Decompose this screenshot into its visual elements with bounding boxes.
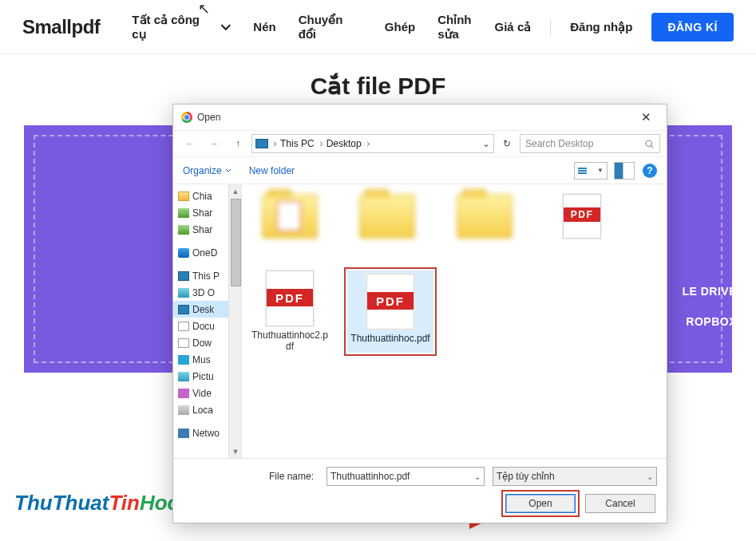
file-caption: Thuthuattinhoc.pdf — [350, 333, 429, 344]
from-dropbox-button[interactable]: ROPBOX — [686, 315, 737, 328]
nav-pricing[interactable]: Giá cả — [495, 20, 532, 34]
pdf-file-item[interactable]: Thuthuattinhoc2.pdf — [250, 270, 330, 353]
help-button[interactable]: ? — [643, 164, 657, 178]
file-open-dialog: Open ✕ ← → ↑ This PC Desktop ⌄ ↻ Search … — [172, 104, 667, 523]
page-title: Cắt file PDF — [0, 72, 756, 100]
crumb-desktop[interactable]: Desktop — [319, 138, 362, 149]
nav-login[interactable]: Đăng nhập — [570, 20, 632, 34]
chevron-down-icon: ⌄ — [474, 472, 481, 481]
svg-point-0 — [646, 140, 651, 146]
folder-item[interactable] — [347, 194, 427, 242]
dialog-close-button[interactable]: ✕ — [633, 110, 659, 124]
nav-merge[interactable]: Ghép — [385, 20, 415, 34]
tree-scrollbar[interactable]: ▲ ▼ — [228, 184, 242, 458]
file-type-filter[interactable]: Tệp tùy chỉnh ⌄ — [493, 467, 657, 486]
site-header: Smallpdf Tất cả công cụ Nén Chuyển đổi G… — [0, 0, 756, 54]
signup-button[interactable]: ĐĂNG KÍ — [651, 13, 734, 41]
pdf-file-item[interactable] — [542, 194, 622, 242]
scroll-thumb[interactable] — [231, 199, 241, 286]
view-icon — [578, 168, 587, 174]
main-nav: Tất cả công cụ Nén Chuyển đổi Ghép Chỉnh… — [132, 13, 494, 41]
chevron-down-icon: ⌄ — [647, 472, 653, 481]
nav-forward-button[interactable]: → — [204, 134, 224, 153]
view-mode-button[interactable]: ▼ — [574, 162, 608, 180]
folder-icon — [262, 194, 318, 239]
nav-compress[interactable]: Nén — [253, 20, 275, 34]
search-input[interactable]: Search Desktop — [520, 134, 660, 153]
site-logo[interactable]: Smallpdf — [22, 16, 100, 38]
preview-pane-button[interactable] — [614, 162, 635, 180]
pdf-icon — [563, 194, 601, 239]
dialog-bottom: File name: Thuthuattinhoc.pdf ⌄ Tệp tùy … — [173, 458, 667, 523]
dialog-nav: ← → ↑ This PC Desktop ⌄ ↻ Search Desktop — [173, 130, 667, 157]
dialog-title: Open — [197, 112, 220, 123]
filename-value: Thuthuattinhoc.pdf — [331, 471, 410, 482]
scroll-up-button[interactable]: ▲ — [229, 184, 242, 198]
scroll-down-button[interactable]: ▼ — [229, 444, 242, 458]
nav-all-tools[interactable]: Tất cả công cụ — [132, 13, 231, 41]
crumb-root[interactable]: This PC — [272, 138, 315, 149]
nav-up-button[interactable]: ↑ — [228, 134, 248, 153]
organize-menu[interactable]: Organize — [183, 165, 232, 176]
chrome-icon — [181, 112, 192, 123]
chevron-down-icon: ▼ — [597, 167, 604, 174]
crumb-trailing — [366, 141, 371, 147]
open-button[interactable]: Open — [505, 494, 576, 513]
cursor-icon: ↖ — [198, 0, 210, 18]
dialog-body: Chia Shar Shar OneD This P 3D O Desk Doc… — [173, 184, 667, 458]
pdf-icon — [366, 274, 414, 330]
pdf-file-item-selected[interactable]: Thuthuattinhoc.pdf — [347, 270, 433, 353]
dialog-toolbar: Organize New folder ▼ ? — [173, 157, 667, 184]
file-caption: Thuthuattinhoc2.pdf — [250, 330, 330, 353]
new-folder-button[interactable]: New folder — [249, 165, 295, 176]
nav-convert[interactable]: Chuyển đổi — [299, 13, 362, 41]
nav-divider — [550, 18, 551, 36]
pc-icon — [255, 139, 268, 148]
folder-icon — [457, 194, 513, 239]
chevron-down-icon — [220, 22, 232, 33]
header-right: Giá cả Đăng nhập ĐĂNG KÍ — [495, 13, 734, 41]
file-list[interactable]: Thuthuattinhoc2.pdf Thuthuattinhoc.pdf — [242, 184, 667, 458]
svg-line-1 — [651, 145, 654, 148]
cancel-button[interactable]: Cancel — [585, 494, 655, 513]
search-icon — [644, 139, 655, 149]
dialog-titlebar: Open ✕ — [173, 105, 667, 130]
filename-input[interactable]: Thuthuattinhoc.pdf ⌄ — [327, 467, 485, 486]
filter-value: Tệp tùy chỉnh — [497, 471, 555, 482]
filename-label: File name: — [183, 471, 319, 482]
folder-icon — [359, 194, 415, 239]
nav-back-button[interactable]: ← — [180, 134, 200, 153]
chevron-down-icon — [225, 168, 232, 174]
nav-edit[interactable]: Chỉnh sửa — [437, 13, 494, 41]
pdf-icon — [266, 270, 314, 326]
address-dropdown-button[interactable]: ⌄ — [482, 138, 490, 149]
from-drive-button[interactable]: LE DRIVE — [682, 285, 737, 298]
address-bar[interactable]: This PC Desktop ⌄ — [251, 134, 494, 153]
refresh-button[interactable]: ↻ — [497, 134, 517, 153]
search-placeholder: Search Desktop — [525, 138, 593, 149]
folder-item[interactable] — [445, 194, 524, 242]
nav-tree[interactable]: Chia Shar Shar OneD This P 3D O Desk Doc… — [173, 184, 242, 458]
folder-item[interactable] — [250, 194, 330, 242]
